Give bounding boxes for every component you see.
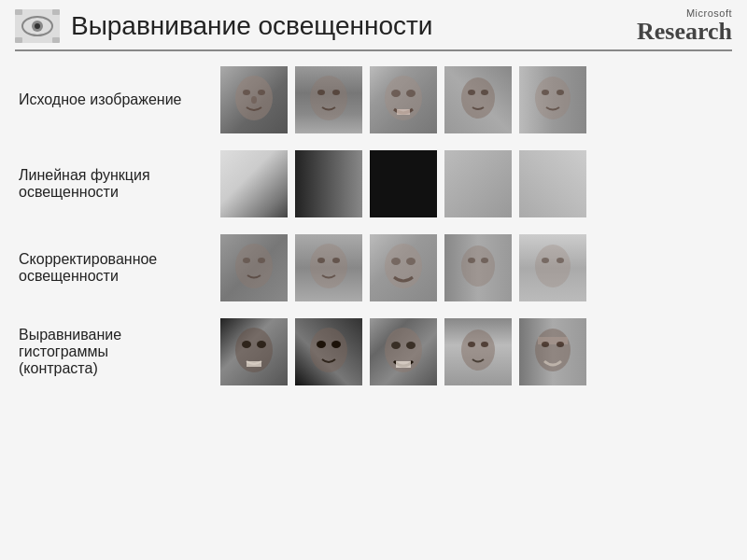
svg-point-19 — [461, 77, 495, 119]
label-histogram: Выравнивание гистограммы (контраста) — [15, 327, 220, 377]
svg-point-3 — [35, 23, 40, 29]
svg-point-49 — [406, 342, 416, 349]
svg-point-27 — [258, 258, 265, 263]
original-img-1 — [220, 66, 288, 133]
svg-point-51 — [461, 329, 495, 371]
header-left: Выравнивание освещенности — [15, 9, 432, 43]
svg-point-29 — [317, 258, 325, 263]
svg-point-44 — [310, 328, 347, 372]
eye-icon — [15, 9, 60, 43]
label-original: Исходное изображение — [15, 91, 220, 108]
svg-rect-5 — [52, 9, 60, 15]
svg-point-53 — [481, 342, 488, 347]
corrected-img-1 — [220, 234, 288, 301]
row-original: Исходное изображение — [15, 66, 732, 133]
svg-point-20 — [468, 90, 475, 95]
page-header: Выравнивание освещенности Microsoft Rese… — [0, 0, 747, 49]
linear-img-2 — [295, 150, 362, 217]
histogram-img-5 — [519, 318, 586, 385]
images-original — [220, 66, 586, 133]
row-corrected: Скорректированное освещенности — [15, 234, 732, 301]
svg-point-32 — [391, 258, 401, 265]
header-divider — [15, 49, 732, 51]
images-linear — [220, 150, 586, 217]
row-linear: Линейная функция освещенности — [15, 150, 732, 217]
svg-point-37 — [535, 245, 571, 287]
svg-point-52 — [468, 342, 475, 347]
svg-point-25 — [235, 244, 273, 288]
linear-img-1 — [220, 150, 288, 217]
svg-rect-18 — [397, 109, 410, 115]
corrected-img-2 — [295, 234, 362, 301]
svg-point-35 — [468, 258, 475, 263]
label-corrected: Скорректированное освещенности — [15, 251, 220, 285]
original-img-2 — [295, 66, 362, 133]
svg-point-41 — [242, 341, 251, 348]
research-label: Research — [637, 19, 732, 46]
histogram-img-1 — [220, 318, 288, 385]
svg-point-45 — [317, 341, 326, 348]
svg-point-23 — [542, 90, 549, 95]
svg-point-30 — [332, 258, 340, 263]
svg-point-28 — [310, 244, 347, 288]
main-content: Исходное изображение — [0, 66, 747, 385]
histogram-img-3 — [370, 318, 437, 385]
svg-point-34 — [461, 245, 495, 287]
svg-rect-43 — [247, 361, 261, 367]
svg-point-24 — [557, 90, 564, 95]
corrected-img-5 — [519, 234, 586, 301]
svg-point-12 — [310, 76, 347, 120]
original-img-4 — [444, 66, 512, 133]
ms-research-logo: Microsoft Research — [637, 7, 732, 46]
svg-point-11 — [251, 96, 257, 104]
histogram-img-4 — [444, 318, 512, 385]
svg-point-17 — [406, 90, 416, 97]
svg-rect-6 — [15, 37, 22, 43]
svg-point-14 — [332, 90, 340, 95]
images-histogram — [220, 318, 586, 385]
linear-img-4 — [444, 150, 512, 217]
svg-point-21 — [481, 90, 488, 95]
original-img-3 — [370, 66, 437, 133]
linear-img-3 — [370, 150, 437, 217]
label-linear: Линейная функция освещенности — [15, 167, 220, 201]
corrected-img-4 — [444, 234, 512, 301]
svg-point-48 — [391, 342, 401, 349]
svg-point-38 — [542, 258, 549, 263]
svg-rect-4 — [15, 9, 22, 15]
svg-point-10 — [258, 90, 265, 95]
svg-point-57 — [557, 342, 564, 347]
svg-point-13 — [317, 90, 325, 95]
original-img-5 — [519, 66, 586, 133]
images-corrected — [220, 234, 586, 301]
svg-point-36 — [481, 258, 488, 263]
page-title: Выравнивание освещенности — [71, 11, 432, 41]
svg-rect-7 — [52, 37, 60, 43]
row-histogram: Выравнивание гистограммы (контраста) — [15, 318, 732, 385]
svg-point-39 — [557, 258, 564, 263]
svg-point-33 — [406, 258, 416, 265]
svg-point-16 — [391, 90, 401, 97]
histogram-img-2 — [295, 318, 362, 385]
svg-point-46 — [331, 341, 341, 348]
svg-point-22 — [535, 77, 571, 119]
linear-img-5 — [519, 150, 586, 217]
svg-point-42 — [257, 341, 266, 348]
svg-point-26 — [243, 258, 250, 263]
svg-rect-50 — [396, 361, 411, 368]
corrected-img-3 — [370, 234, 437, 301]
svg-point-9 — [243, 90, 250, 95]
svg-point-56 — [542, 342, 549, 347]
